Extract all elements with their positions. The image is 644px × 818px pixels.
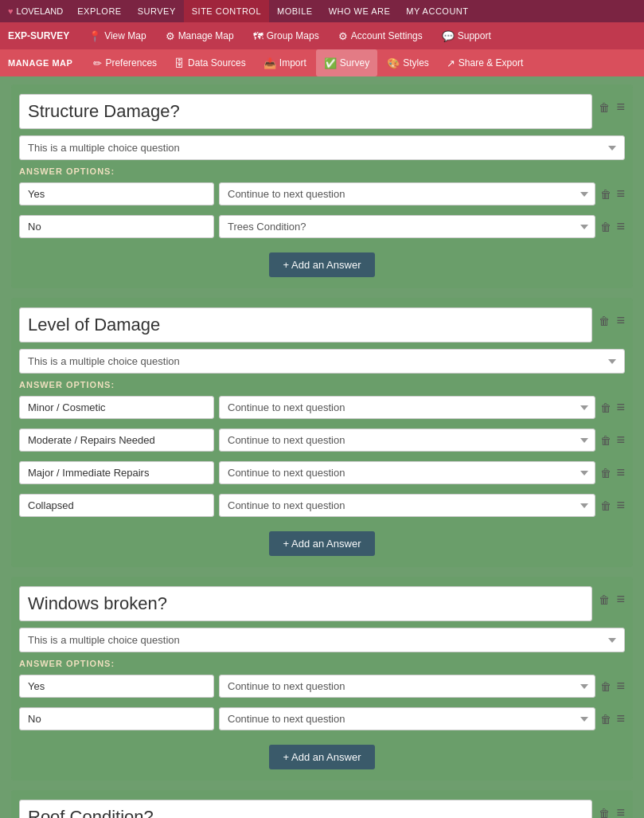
answer-row-icons-0-0: [600, 186, 625, 202]
question-card-3: This is a multiple choice questionANSWER…: [11, 790, 633, 818]
answer-row-icons-0-1: [600, 218, 625, 235]
drag-answer-button-1-1[interactable]: [616, 432, 625, 448]
answer-row-0-1: Trees Condition?: [19, 215, 625, 238]
style-icon: [387, 57, 400, 69]
nav-who-we-are[interactable]: WHO WE ARE: [321, 6, 399, 16]
nav-support[interactable]: Support: [434, 22, 499, 49]
answer-jump-select-1-0[interactable]: Continue to next question: [219, 396, 595, 419]
menu-question-button-3[interactable]: [616, 804, 625, 818]
answer-row-2-0: Continue to next question: [19, 675, 625, 698]
nav-share-export[interactable]: Share & Export: [439, 49, 531, 76]
top-nav: ♥ LOVELAND EXPLORE SURVEY SITE CONTROL M…: [0, 0, 644, 22]
answer-jump-select-2-0[interactable]: Continue to next question: [219, 675, 595, 698]
drag-answer-button-0-0[interactable]: [616, 186, 625, 202]
drag-answer-button-1-0[interactable]: [616, 399, 625, 416]
second-nav: EXP-SURVEY View Map Manage Map Group Map…: [0, 22, 644, 49]
nav-survey[interactable]: SURVEY: [130, 6, 184, 16]
nav-my-account[interactable]: MY ACCOUNT: [398, 6, 476, 16]
nav-explore[interactable]: EXPLORE: [69, 6, 129, 16]
drag-answer-button-2-1[interactable]: [616, 710, 625, 727]
drag-answer-button-0-1[interactable]: [616, 218, 625, 235]
second-nav-brand: EXP-SURVEY: [8, 30, 77, 41]
answer-row-1-0: Continue to next question: [19, 396, 625, 419]
nav-preferences[interactable]: Preferences: [85, 49, 165, 76]
nav-mobile[interactable]: MOBILE: [269, 6, 321, 16]
question-card-1: This is a multiple choice questionANSWER…: [11, 298, 633, 567]
card-icons-1: [599, 307, 625, 329]
question-card-2: This is a multiple choice questionANSWER…: [11, 577, 633, 781]
delete-question-button-3[interactable]: [599, 806, 610, 819]
answer-text-input-0-1[interactable]: [19, 215, 214, 238]
delete-question-button-2[interactable]: [599, 593, 610, 607]
card-icons-2: [599, 586, 625, 608]
delete-answer-button-1-1[interactable]: [600, 433, 611, 448]
nav-account-settings[interactable]: Account Settings: [330, 22, 431, 49]
question-type-select-1[interactable]: This is a multiple choice question: [19, 349, 625, 374]
answer-row-icons-2-0: [600, 678, 625, 695]
answer-jump-select-1-1[interactable]: Continue to next question: [219, 429, 595, 452]
nav-manage-map[interactable]: Manage Map: [158, 22, 242, 49]
card-header-row-3: [19, 800, 625, 818]
menu-question-button-1[interactable]: [616, 312, 625, 329]
answer-row-icons-1-2: [600, 464, 625, 481]
answer-jump-select-1-3[interactable]: Continue to next question: [219, 494, 595, 517]
add-answer-button-0[interactable]: + Add an Answer: [269, 252, 376, 277]
third-nav-brand: MANAGE MAP: [8, 58, 84, 68]
delete-answer-button-2-1[interactable]: [600, 712, 611, 726]
nav-group-maps[interactable]: Group Maps: [245, 22, 327, 49]
delete-answer-button-1-0[interactable]: [600, 401, 611, 415]
answer-row-icons-1-1: [600, 432, 625, 448]
card-header-row-2: [19, 586, 625, 621]
question-type-select-2[interactable]: This is a multiple choice question: [19, 628, 625, 652]
grid-icon: [166, 30, 175, 42]
card-icons-3: [599, 800, 625, 818]
answer-row-icons-2-1: [600, 710, 625, 727]
answer-jump-select-0-0[interactable]: Continue to next question: [219, 182, 595, 205]
answer-jump-select-0-1[interactable]: Trees Condition?: [219, 215, 595, 238]
check-icon: [324, 57, 337, 69]
acct-icon: [338, 30, 348, 42]
question-title-input-1[interactable]: [19, 307, 592, 342]
answer-text-input-1-0[interactable]: [19, 396, 214, 419]
answer-text-input-1-3[interactable]: [19, 494, 214, 517]
share-icon: [447, 57, 455, 69]
logo-text: LOVELAND: [17, 6, 64, 16]
question-type-select-0[interactable]: This is a multiple choice question: [19, 135, 625, 160]
pin-icon: [88, 30, 101, 42]
add-answer-button-1[interactable]: + Add an Answer: [269, 531, 376, 556]
nav-data-sources[interactable]: Data Sources: [166, 49, 254, 76]
logo[interactable]: ♥ LOVELAND: [8, 6, 69, 16]
main-content: This is a multiple choice questionANSWER…: [0, 76, 644, 818]
question-title-input-3[interactable]: [19, 800, 592, 818]
drag-answer-button-2-0[interactable]: [616, 678, 625, 695]
nav-site-control[interactable]: SITE CONTROL: [184, 0, 269, 22]
answer-text-input-1-2[interactable]: [19, 461, 214, 484]
menu-question-button-0[interactable]: [616, 99, 625, 115]
add-answer-button-2[interactable]: + Add an Answer: [269, 745, 376, 769]
answer-jump-select-2-1[interactable]: Continue to next question: [219, 707, 595, 730]
third-nav: MANAGE MAP Preferences Data Sources Impo…: [0, 49, 644, 76]
delete-answer-button-1-3[interactable]: [600, 499, 611, 513]
delete-answer-button-0-1[interactable]: [600, 220, 611, 234]
menu-question-button-2[interactable]: [616, 591, 625, 608]
delete-question-button-1[interactable]: [599, 314, 610, 328]
support-icon: [442, 30, 455, 42]
drag-answer-button-1-3[interactable]: [616, 497, 625, 514]
question-title-input-0[interactable]: [19, 94, 592, 129]
nav-view-map[interactable]: View Map: [80, 22, 154, 49]
delete-answer-button-1-2[interactable]: [600, 466, 611, 480]
drag-answer-button-1-2[interactable]: [616, 464, 625, 481]
answer-text-input-2-1[interactable]: [19, 707, 214, 730]
question-title-input-2[interactable]: [19, 586, 592, 621]
nav-styles[interactable]: Styles: [379, 49, 437, 76]
delete-answer-button-2-0[interactable]: [600, 679, 611, 694]
delete-question-button-0[interactable]: [599, 100, 610, 115]
question-card-0: This is a multiple choice questionANSWER…: [11, 84, 633, 288]
nav-import[interactable]: Import: [256, 49, 314, 76]
nav-survey-tab[interactable]: Survey: [316, 49, 377, 76]
answer-jump-select-1-2[interactable]: Continue to next question: [219, 461, 595, 484]
delete-answer-button-0-0[interactable]: [600, 187, 611, 202]
answer-text-input-2-0[interactable]: [19, 675, 214, 698]
answer-text-input-0-0[interactable]: [19, 182, 214, 205]
answer-text-input-1-1[interactable]: [19, 429, 214, 452]
